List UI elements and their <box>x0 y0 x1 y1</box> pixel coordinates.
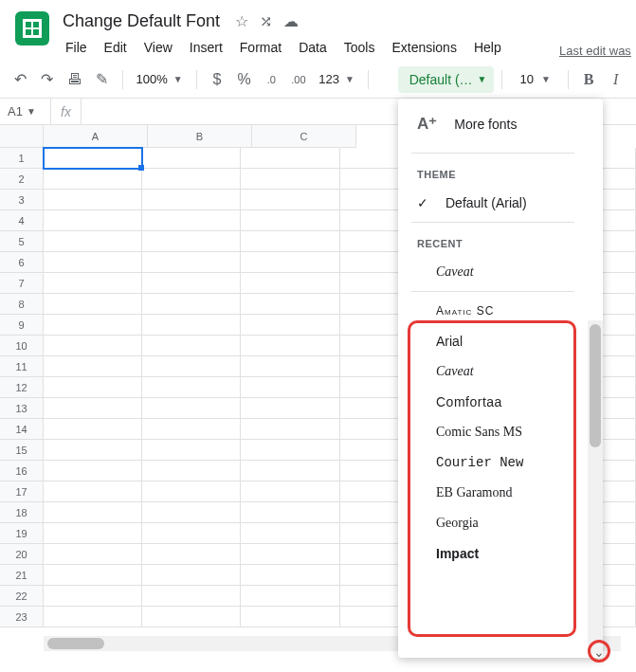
cell[interactable] <box>44 315 142 336</box>
menu-data[interactable]: Data <box>292 36 334 59</box>
doc-title[interactable]: Change Default Font <box>59 9 224 33</box>
cell[interactable] <box>142 210 241 231</box>
paint-format-button[interactable]: ✎ <box>89 66 115 93</box>
bold-button[interactable]: B <box>576 66 602 93</box>
cell[interactable] <box>241 294 339 315</box>
cell[interactable] <box>241 502 339 523</box>
menu-tools[interactable]: Tools <box>337 36 382 59</box>
cell[interactable] <box>142 356 241 377</box>
row-header-22[interactable]: 22 <box>0 586 44 607</box>
cell[interactable] <box>142 419 241 440</box>
cell[interactable] <box>241 544 339 565</box>
row-header-17[interactable]: 17 <box>0 481 44 502</box>
scrollbar-thumb[interactable] <box>590 324 601 447</box>
cell[interactable] <box>241 377 339 398</box>
cell[interactable] <box>142 315 241 336</box>
row-header-2[interactable]: 2 <box>0 169 44 190</box>
cell[interactable] <box>142 461 241 481</box>
cell[interactable] <box>142 377 241 398</box>
cell[interactable] <box>44 523 142 544</box>
row-header-9[interactable]: 9 <box>0 315 44 336</box>
cell[interactable] <box>241 315 339 336</box>
italic-button[interactable]: I <box>603 66 628 93</box>
cell[interactable] <box>142 398 241 419</box>
menu-file[interactable]: File <box>59 36 94 59</box>
cell[interactable] <box>44 419 142 440</box>
cell[interactable] <box>44 565 142 586</box>
currency-button[interactable]: $ <box>205 66 230 93</box>
cell[interactable] <box>44 148 142 169</box>
zoom-select[interactable]: 100% ▼ <box>131 72 189 86</box>
expand-down-button[interactable]: ⌄ <box>591 645 607 660</box>
menu-insert[interactable]: Insert <box>183 36 229 59</box>
row-header-12[interactable]: 12 <box>0 377 44 398</box>
cell[interactable] <box>241 586 339 607</box>
cloud-icon[interactable]: ☁ <box>283 12 299 30</box>
menu-extensions[interactable]: Extensions <box>385 36 463 59</box>
cell[interactable] <box>142 252 241 273</box>
font-size-select[interactable]: 10 ▼ <box>510 72 559 86</box>
row-header-1[interactable]: 1 <box>0 148 44 169</box>
print-button[interactable]: 🖶 <box>62 66 87 93</box>
font-option-impact[interactable]: Impact <box>398 538 588 569</box>
cell[interactable] <box>241 481 339 502</box>
cell[interactable] <box>142 148 241 169</box>
cell[interactable] <box>241 523 339 544</box>
font-option-courier-new[interactable]: Courier New <box>398 447 588 478</box>
scrollbar-thumb[interactable] <box>47 638 104 649</box>
row-header-4[interactable]: 4 <box>0 210 44 231</box>
cell[interactable] <box>44 231 142 252</box>
font-option-caveat[interactable]: Caveat <box>398 356 588 387</box>
decrease-decimal-button[interactable]: .0 <box>259 66 284 93</box>
row-header-18[interactable]: 18 <box>0 502 44 523</box>
font-option-amatic-sc[interactable]: Amatic SC <box>398 296 588 326</box>
row-header-14[interactable]: 14 <box>0 419 44 440</box>
cell[interactable] <box>241 461 339 481</box>
fx-icon[interactable]: fx <box>51 99 82 124</box>
cell[interactable] <box>44 273 142 294</box>
cell[interactable] <box>142 440 241 461</box>
cell[interactable] <box>241 440 339 461</box>
font-option-eb-garamond[interactable]: EB Garamond <box>398 478 588 508</box>
font-option-comfortaa[interactable]: Comfortaa <box>398 387 588 417</box>
row-header-20[interactable]: 20 <box>0 544 44 565</box>
cell[interactable] <box>142 544 241 565</box>
menu-help[interactable]: Help <box>467 36 508 59</box>
cell[interactable] <box>241 419 339 440</box>
cell[interactable] <box>44 502 142 523</box>
font-recent-caveat[interactable]: Caveat <box>398 257 588 287</box>
cell[interactable] <box>44 481 142 502</box>
font-option-georgia[interactable]: Georgia <box>398 508 588 538</box>
row-header-21[interactable]: 21 <box>0 565 44 586</box>
cell[interactable] <box>241 231 339 252</box>
undo-button[interactable]: ↶ <box>8 66 33 93</box>
cell[interactable] <box>44 252 142 273</box>
cell[interactable] <box>241 148 339 169</box>
cell[interactable] <box>142 523 241 544</box>
cell[interactable] <box>241 398 339 419</box>
cell[interactable] <box>44 544 142 565</box>
cell[interactable] <box>44 461 142 481</box>
row-header-3[interactable]: 3 <box>0 190 44 210</box>
cell[interactable] <box>142 294 241 315</box>
cell[interactable] <box>142 273 241 294</box>
cell[interactable] <box>241 356 339 377</box>
menu-view[interactable]: View <box>137 36 179 59</box>
row-header-7[interactable]: 7 <box>0 273 44 294</box>
row-header-8[interactable]: 8 <box>0 294 44 315</box>
popup-scrollbar[interactable] <box>588 320 603 654</box>
percent-button[interactable]: % <box>231 66 257 93</box>
row-header-11[interactable]: 11 <box>0 356 44 377</box>
cell[interactable] <box>44 398 142 419</box>
name-box[interactable]: A1 ▼ <box>0 99 51 124</box>
more-fonts-button[interactable]: A⁺ More fonts <box>398 99 588 149</box>
cell[interactable] <box>44 440 142 461</box>
cell[interactable] <box>241 565 339 586</box>
cell[interactable] <box>142 565 241 586</box>
redo-button[interactable]: ↷ <box>35 66 61 93</box>
col-header-A[interactable]: A <box>44 125 148 148</box>
cell[interactable] <box>241 273 339 294</box>
cell[interactable] <box>241 210 339 231</box>
cell[interactable] <box>44 169 142 190</box>
move-icon[interactable]: ⤮ <box>260 12 272 30</box>
